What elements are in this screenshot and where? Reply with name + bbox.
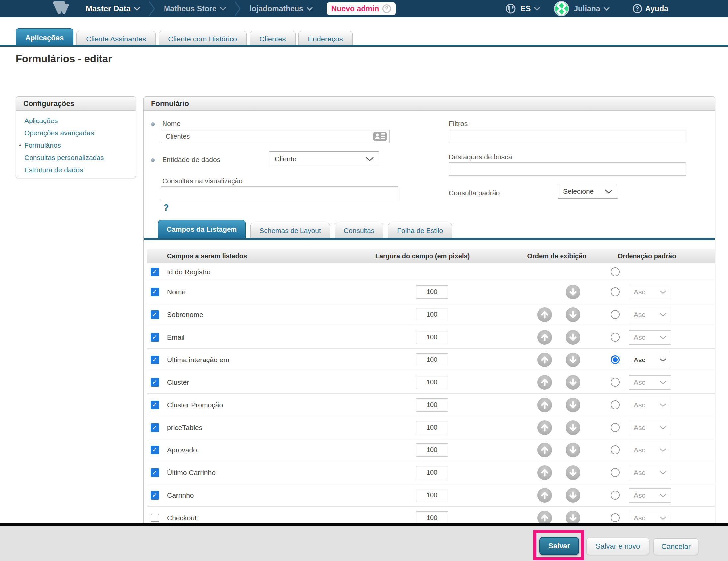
move-down-button[interactable] — [566, 375, 580, 390]
row-radio[interactable] — [611, 378, 620, 387]
row-radio[interactable] — [611, 446, 620, 455]
row-width-input[interactable] — [416, 398, 448, 412]
move-up-button[interactable] — [537, 330, 552, 345]
save-button[interactable]: Salvar — [539, 537, 579, 555]
row-sort-select[interactable]: Asc — [629, 398, 671, 412]
sidebar-item-estrutura-de-dados[interactable]: Estrutura de dados — [24, 164, 136, 176]
row-sort-select[interactable]: Asc — [629, 421, 671, 435]
row-width-input[interactable] — [416, 466, 448, 479]
sidebar-item-operacoes-avancadas[interactable]: Operações avançadas — [24, 127, 136, 139]
tab-consultas[interactable]: Consultas — [335, 223, 383, 239]
tab-folha-de-estilo[interactable]: Folha de Estilo — [388, 223, 452, 239]
nav-account-dropdown[interactable]: lojadomatheus — [250, 4, 313, 13]
move-up-button[interactable] — [537, 488, 552, 503]
save-and-new-button[interactable]: Salvar e novo — [586, 538, 649, 555]
nav-store-dropdown[interactable]: Matheus Store — [164, 4, 226, 13]
move-up-button[interactable] — [537, 308, 552, 322]
row-radio[interactable] — [611, 400, 620, 409]
row-width-input[interactable] — [416, 308, 448, 321]
contact-card-icon[interactable] — [373, 131, 387, 143]
row-checkbox[interactable] — [151, 491, 159, 500]
move-up-button[interactable] — [537, 353, 552, 367]
move-up-button[interactable] — [537, 443, 552, 457]
row-width-input[interactable] — [416, 331, 448, 344]
row-checkbox[interactable] — [151, 333, 159, 342]
destaques-input[interactable] — [449, 162, 686, 175]
help-menu[interactable]: ? Ayuda — [633, 4, 668, 13]
row-sort-select[interactable]: Asc — [629, 488, 671, 503]
row-radio[interactable] — [611, 288, 620, 297]
move-down-button[interactable] — [566, 353, 580, 367]
row-sort-select[interactable]: Asc — [629, 443, 671, 457]
move-up-button[interactable] — [537, 465, 552, 480]
move-down-button[interactable] — [566, 308, 580, 322]
move-down-button[interactable] — [566, 398, 580, 412]
row-radio[interactable] — [611, 491, 620, 500]
tab-schemas-de-layout[interactable]: Schemas de Layout — [250, 223, 330, 239]
row-sort-select[interactable]: Asc — [629, 285, 671, 300]
row-checkbox[interactable] — [151, 446, 159, 455]
row-sort-select[interactable]: Asc — [629, 353, 671, 367]
row-checkbox[interactable] — [151, 468, 159, 477]
row-checkbox[interactable] — [151, 423, 159, 432]
cancel-button[interactable]: Cancelar — [653, 538, 698, 555]
sidebar-item-aplicacoes[interactable]: Aplicações — [24, 114, 136, 127]
nav-masterdata-dropdown[interactable]: Master Data — [86, 4, 140, 13]
move-down-button[interactable] — [566, 511, 580, 524]
row-checkbox[interactable] — [151, 288, 159, 297]
move-down-button[interactable] — [566, 285, 580, 300]
row-checkbox[interactable] — [151, 401, 159, 409]
vtex-logo-icon[interactable] — [52, 1, 70, 16]
consultas-help-icon[interactable]: ? — [164, 203, 169, 213]
move-down-button[interactable] — [566, 443, 580, 457]
sidebar-item-formularios[interactable]: •Formulários — [24, 139, 136, 151]
move-down-button[interactable] — [566, 420, 580, 435]
row-radio[interactable] — [611, 355, 620, 364]
row-width-input[interactable] — [416, 444, 448, 457]
row-width-input[interactable] — [416, 421, 448, 434]
row-checkbox[interactable] — [151, 311, 159, 319]
row-sort-select[interactable]: Asc — [629, 466, 671, 480]
nome-input[interactable] — [161, 130, 390, 143]
row-sort-select[interactable]: Asc — [629, 376, 671, 390]
row-radio[interactable] — [611, 468, 620, 477]
new-admin-toggle[interactable]: Nuevo admin ? — [327, 2, 396, 15]
consulta-padrao-select[interactable]: Selecione — [558, 183, 618, 198]
move-up-button[interactable] — [537, 375, 552, 390]
row-width-input[interactable] — [416, 489, 448, 502]
move-up-button[interactable] — [537, 398, 552, 412]
row-radio[interactable] — [611, 423, 620, 432]
tab-enderecos[interactable]: Endereços — [298, 31, 353, 47]
row-checkbox[interactable] — [151, 378, 159, 387]
row-radio[interactable] — [611, 267, 620, 276]
tab-cliente-assinantes[interactable]: Cliente Assinantes — [76, 31, 156, 47]
row-width-input[interactable] — [416, 286, 448, 299]
move-down-button[interactable] — [566, 330, 580, 345]
row-radio[interactable] — [611, 310, 620, 319]
move-down-button[interactable] — [566, 465, 580, 480]
user-dropdown[interactable]: Juliana — [574, 4, 609, 13]
user-avatar[interactable] — [554, 1, 569, 16]
language-dropdown[interactable]: ES — [521, 4, 540, 13]
tab-campos-da-listagem[interactable]: Campos da Listagem — [158, 220, 246, 239]
tab-cliente-com-historico[interactable]: Cliente com Histórico — [159, 31, 247, 47]
sidebar-item-consultas-personalizadas[interactable]: Consultas personalizadas — [24, 151, 136, 164]
consultas-input[interactable] — [161, 186, 398, 201]
row-checkbox[interactable] — [151, 356, 159, 364]
row-checkbox[interactable] — [151, 514, 159, 522]
move-up-button[interactable] — [537, 420, 552, 435]
filtros-input[interactable] — [449, 130, 686, 143]
row-sort-select[interactable]: Asc — [629, 308, 671, 322]
new-admin-help-icon[interactable]: ? — [382, 4, 391, 13]
row-checkbox[interactable] — [151, 267, 159, 276]
row-sort-select[interactable]: Asc — [629, 511, 671, 524]
tab-clientes[interactable]: Clientes — [250, 31, 295, 47]
entidade-select[interactable]: Cliente — [269, 151, 379, 166]
row-radio[interactable] — [611, 513, 620, 522]
row-sort-select[interactable]: Asc — [629, 330, 671, 345]
row-width-input[interactable] — [416, 511, 448, 524]
move-up-button[interactable] — [537, 511, 552, 524]
row-width-input[interactable] — [416, 376, 448, 389]
row-width-input[interactable] — [416, 353, 448, 367]
move-down-button[interactable] — [566, 488, 580, 503]
